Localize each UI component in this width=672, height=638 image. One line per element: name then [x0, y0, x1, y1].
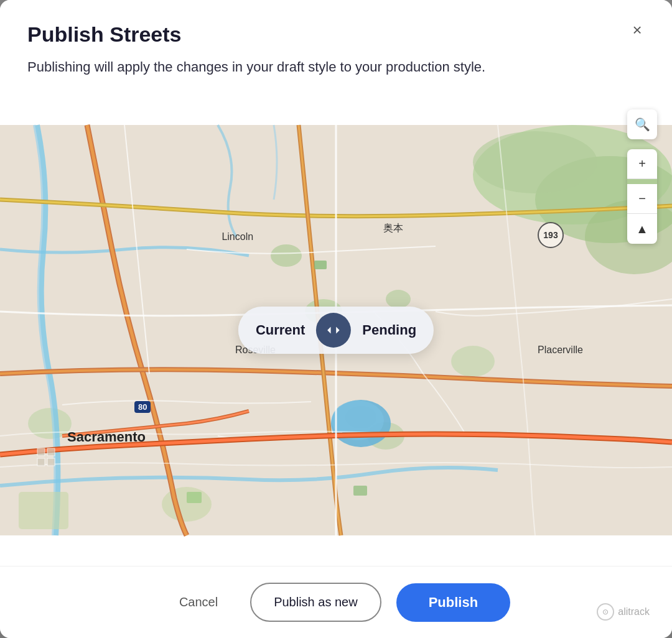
modal-header: Publish Streets Publishing will apply th…	[0, 0, 672, 95]
modal-title: Publish Streets	[27, 22, 645, 47]
svg-point-7	[386, 290, 411, 308]
compare-handle[interactable]	[316, 313, 351, 348]
svg-rect-22	[187, 492, 202, 503]
compare-slider[interactable]: Current Pending	[238, 307, 434, 354]
publish-button[interactable]: Publish	[396, 583, 510, 622]
map-container: Lincoln 奥本 Roseville Placerville Sacrame…	[0, 95, 672, 566]
svg-rect-17	[37, 448, 45, 456]
svg-rect-18	[47, 448, 55, 456]
pending-label: Pending	[362, 322, 416, 338]
svg-rect-21	[314, 261, 327, 269]
current-label: Current	[256, 322, 305, 338]
modal-footer: Cancel Publish as new Publish ⊙ alitrack	[0, 566, 672, 638]
close-button[interactable]: ×	[625, 17, 650, 42]
modal-description: Publishing will apply the changes in you…	[27, 57, 538, 77]
zoom-controls: + − ▲	[627, 149, 657, 244]
search-control-button[interactable]: 🔍	[627, 109, 657, 139]
svg-point-11	[162, 487, 212, 522]
publish-modal: Publish Streets Publishing will apply th…	[0, 0, 672, 638]
alitrack-branding: ⊙ alitrack	[597, 603, 650, 621]
cancel-button[interactable]: Cancel	[162, 585, 235, 619]
svg-point-6	[271, 244, 302, 267]
svg-rect-20	[47, 458, 55, 466]
svg-rect-23	[353, 486, 367, 496]
svg-point-3	[473, 131, 597, 193]
map-controls: 🔍 + − ▲	[627, 109, 657, 244]
alitrack-icon: ⊙	[597, 603, 614, 621]
svg-rect-19	[37, 458, 45, 466]
compare-handle-icon	[325, 322, 342, 338]
publish-as-new-button[interactable]: Publish as new	[250, 583, 381, 622]
zoom-in-button[interactable]: +	[627, 149, 657, 179]
svg-point-8	[451, 346, 495, 377]
compass-button[interactable]: ▲	[627, 214, 657, 244]
zoom-out-button[interactable]: −	[627, 184, 657, 214]
svg-rect-15	[19, 492, 68, 529]
alitrack-text: alitrack	[618, 606, 650, 617]
